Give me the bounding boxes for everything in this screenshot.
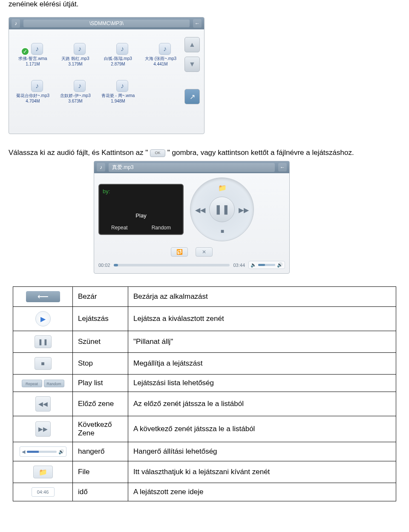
row-desc: Lejátszási lista lehetőség <box>128 375 396 392</box>
music-icon: ♪ <box>97 163 105 172</box>
row-label: hangerő <box>73 442 128 461</box>
stop-icon: ■ <box>35 357 52 370</box>
music-note-icon: ♪ <box>74 80 86 92</box>
file-item[interactable]: ♪ 念奴娇-伊~.mp3 3.673M <box>56 70 95 103</box>
row-label: KövetkezőZene <box>73 416 128 442</box>
file-size: 3.179M <box>56 62 95 66</box>
row-icon: 📁 <box>13 461 73 483</box>
music-player: ♪ 真爱.mp3 ← by: Play Repeat Random 📁 ◀◀ ▶… <box>94 161 290 274</box>
instruction-paragraph: Válassza ki az audió fájlt, és Kattintso… <box>9 147 400 158</box>
row-label: idő <box>73 483 128 501</box>
file-item[interactable]: ♪ 菊花台你好~.mp3 4.704M <box>13 70 52 103</box>
row-desc: Megállítja a lejátszást <box>128 353 396 375</box>
time-icon: 04:46 <box>32 487 55 497</box>
file-size: 2.879M <box>98 62 138 66</box>
browser-topbar: ♪ \SDMMC\MP3\ ← <box>9 17 204 29</box>
music-note-icon: ♪ <box>159 43 171 55</box>
music-note-icon: ♪ <box>116 43 128 55</box>
repeat-button[interactable]: 🔁 <box>171 247 188 257</box>
file-name: 大海 (张雨~.mp3 <box>141 56 180 62</box>
file-size: 4.441M <box>141 62 180 66</box>
file-item[interactable]: ♪ 青花瓷 - 周~.wma 1.948M <box>98 70 138 103</box>
folder-button[interactable]: 📁 <box>216 181 229 194</box>
next-icon: ▶▶ <box>35 421 51 437</box>
check-icon: ✓ <box>21 47 29 56</box>
row-icon: ▶ <box>13 307 73 331</box>
row-desc: "Pillanat állj" <box>128 331 396 353</box>
table-row: RepeatRandom Play list Lejátszási lista … <box>13 375 396 392</box>
row-icon: 04:46 <box>13 483 73 501</box>
file-size: 1.171M <box>13 62 52 66</box>
row-label: Play list <box>73 375 128 392</box>
file-name: 求佛-誓言.wma <box>13 56 52 62</box>
path-field[interactable]: \SDMMC\MP3\ <box>23 20 190 27</box>
player-topbar: ♪ 真爱.mp3 ← <box>94 161 289 173</box>
music-icon: ♪ <box>12 19 20 28</box>
intro-text: zenéinek elérési útját. <box>9 0 400 9</box>
scroll-up-button[interactable]: ▲ <box>184 37 200 52</box>
music-note-icon: ♪ <box>116 80 128 92</box>
music-note-icon: ♪ <box>31 43 43 55</box>
para-before: Válassza ki az audió fájlt, és Kattintso… <box>9 149 148 157</box>
row-desc: A lejátszott zene ideje <box>128 483 396 501</box>
row-icon: RepeatRandom <box>13 375 73 392</box>
row-label: Bezár <box>73 287 128 307</box>
file-browser: ♪ \SDMMC\MP3\ ← ♪ ✓ 求佛-誓言.wma 1.171M ♪ 天… <box>9 17 204 134</box>
row-label: Stop <box>73 353 128 375</box>
stop-button[interactable]: ■ <box>216 225 229 237</box>
row-icon: ⟵ <box>13 287 73 307</box>
prev-icon: ◀◀ <box>35 396 51 412</box>
file-item[interactable]: ♪ ✓ 求佛-誓言.wma 1.171M <box>13 33 52 66</box>
table-row: ◀◀ Előző zene Az előző zenét játssza le … <box>13 392 396 416</box>
row-desc: Az előző zenét játssza le a listából <box>128 392 396 416</box>
prev-button[interactable]: ◀◀ <box>194 203 207 216</box>
row-label: File <box>73 461 128 483</box>
share-button[interactable]: ↗ <box>184 89 200 104</box>
back-icon[interactable]: ← <box>278 163 287 172</box>
time-elapsed: 00:02 <box>98 263 110 268</box>
row-desc: Lejátsza a kiválasztott zenét <box>128 307 396 331</box>
volume-control[interactable]: 🔈 🔊 <box>248 261 285 269</box>
row-desc: Bezárja az alkalmazást <box>128 287 396 307</box>
pause-icon: ❚❚ <box>35 335 52 348</box>
table-row: ⟵ Bezár Bezárja az alkalmazást <box>13 287 396 307</box>
scroll-down-button[interactable]: ▼ <box>184 57 200 72</box>
next-button[interactable]: ▶▶ <box>237 203 250 216</box>
file-size: 1.948M <box>98 99 138 103</box>
file-name: 青花瓷 - 周~.wma <box>98 93 138 99</box>
lcd-repeat: Repeat <box>111 225 128 231</box>
back-icon: ⟵ <box>26 291 60 302</box>
file-item[interactable]: ♪ 大海 (张雨~.mp3 4.441M <box>141 33 180 66</box>
file-icon: 📁 <box>33 466 53 478</box>
ok-button-inline: OK <box>150 149 165 157</box>
file-size: 3.673M <box>56 99 95 103</box>
volume-down-icon: 🔈 <box>251 262 256 268</box>
row-icon: ❚❚ <box>13 331 73 353</box>
file-name: 天路 韩红.mp3 <box>56 56 95 62</box>
volume-icon: ◀🔊 <box>20 446 66 457</box>
row-desc: Itt választhatjuk ki a lejátszani kívánt… <box>128 461 396 483</box>
row-icon: ▶▶ <box>13 416 73 442</box>
play-pause-button[interactable]: ❚❚ <box>209 197 235 222</box>
shuffle-button[interactable]: ✕ <box>196 247 213 257</box>
time-total: 03:44 <box>233 263 245 268</box>
table-row: ▶▶ KövetkezőZene A következő zenét játss… <box>13 416 396 442</box>
para-after: " gombra, vagy kattintson kettőt a fájln… <box>167 149 354 157</box>
music-note-icon: ♪ <box>74 43 86 55</box>
row-desc: Hangerő állítási lehetőség <box>128 442 396 461</box>
playlist-modes-icon: RepeatRandom <box>22 380 64 387</box>
file-item[interactable]: ♪ 天路 韩红.mp3 3.179M <box>56 33 95 66</box>
lcd-random: Random <box>152 225 171 231</box>
file-item[interactable]: ♪ 白狐-陈瑞.mp3 2.879M <box>98 33 138 66</box>
table-row: ◀🔊 hangerő Hangerő állítási lehetőség <box>13 442 396 461</box>
play-icon: ▶ <box>35 311 51 326</box>
track-title: 真爱.mp3 <box>109 163 275 172</box>
table-row: 04:46 idő A lejátszott zene ideje <box>13 483 396 501</box>
control-wheel: 📁 ◀◀ ▶▶ ■ ❚❚ <box>190 177 254 241</box>
music-note-icon: ♪ <box>31 80 43 92</box>
back-icon[interactable]: ← <box>193 19 202 28</box>
file-name: 念奴娇-伊~.mp3 <box>56 93 95 99</box>
table-row: ■ Stop Megállítja a lejátszást <box>13 353 396 375</box>
row-label: Előző zene <box>73 392 128 416</box>
progress-slider[interactable] <box>114 264 230 266</box>
